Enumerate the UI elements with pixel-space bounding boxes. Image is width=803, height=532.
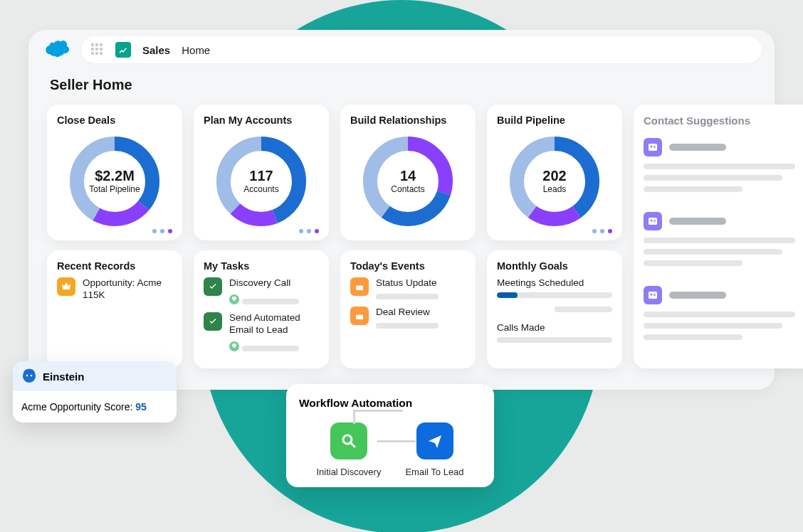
svg-rect-26 [654, 294, 656, 294]
suggestion-item[interactable] [644, 138, 803, 192]
task-item[interactable]: Send Automated Email to Lead [204, 312, 319, 352]
workflow-node-label: Initial Discovery [316, 467, 381, 477]
placeholder-line [669, 218, 726, 225]
task-item[interactable]: Discovery Call [204, 277, 319, 305]
placeholder-line [644, 260, 742, 266]
donut-chart: 14 Contacts [358, 132, 458, 231]
recent-record-text: Opportunity: Acme 115K [83, 277, 172, 302]
avatar-icon [229, 294, 239, 304]
kpi-card-plan-accounts[interactable]: Plan My Accounts 117 Accounts [194, 105, 329, 240]
todays-events-card: Today's Events Status Update Deal Review [340, 250, 476, 368]
kpi-title: Plan My Accounts [204, 115, 319, 126]
goal-label: Meetings Scheduled [497, 277, 612, 288]
placeholder-line [555, 307, 612, 312]
event-item[interactable]: Deal Review [350, 307, 466, 329]
svg-point-25 [651, 294, 653, 296]
salesforce-cloud-logo [41, 39, 71, 60]
my-tasks-card: My Tasks Discovery Call Send Automated E… [194, 250, 329, 368]
recent-record-item[interactable]: Opportunity: Acme 115K [57, 277, 172, 302]
svg-point-33 [26, 375, 28, 377]
svg-rect-24 [649, 292, 657, 299]
placeholder-line [376, 294, 439, 299]
crown-icon [57, 277, 75, 296]
svg-rect-27 [654, 295, 656, 296]
contact-card-icon [644, 212, 662, 230]
contact-suggestions-card: Contact Suggestions [634, 105, 803, 368]
contact-card-icon [644, 138, 662, 156]
recent-records-card: Recent Records Opportunity: Acme 115K [47, 250, 182, 368]
einstein-popup[interactable]: Einstein Acme Opportunity Score: 95 [13, 361, 177, 422]
monthly-goals-title: Monthly Goals [497, 260, 612, 272]
sales-app-icon [115, 42, 131, 58]
kpi-title: Build Relationships [350, 115, 466, 126]
avatar-icon [229, 341, 239, 351]
kpi-label: Total Pipeline [89, 184, 140, 194]
kpi-value: 14 [400, 168, 416, 184]
main-grid: Close Deals $2.2M Total Pipeline Plan My… [28, 105, 775, 368]
contact-suggestions-title: Contact Suggestions [644, 115, 803, 127]
einstein-title: Einstein [43, 371, 84, 383]
placeholder-line [242, 346, 299, 351]
placeholder-line [376, 323, 439, 329]
kpi-card-build-relationships[interactable]: Build Relationships 14 Contacts [340, 105, 476, 240]
workflow-title: Workflow Automation [299, 397, 481, 410]
progress-bar [497, 292, 612, 298]
checkbox-checked-icon[interactable] [204, 312, 222, 331]
kpi-title: Build Pipeline [497, 115, 612, 126]
svg-rect-31 [356, 313, 363, 315]
svg-line-36 [351, 443, 355, 447]
placeholder-line [644, 164, 795, 169]
einstein-score: 95 [135, 401, 147, 413]
workflow-node-email-to-lead[interactable]: Email To Lead [405, 422, 463, 477]
calendar-icon [350, 277, 369, 296]
nav-tab-home[interactable]: Home [182, 44, 210, 56]
placeholder-line [644, 312, 795, 317]
donut-chart: $2.2M Total Pipeline [65, 132, 164, 231]
workflow-node-initial-discovery[interactable]: Initial Discovery [316, 422, 381, 477]
connector-line [353, 410, 355, 424]
svg-rect-20 [649, 218, 657, 225]
search-icon [330, 422, 367, 459]
placeholder-line [669, 144, 726, 151]
kpi-card-build-pipeline[interactable]: Build Pipeline 202 Leads [487, 105, 622, 240]
checkbox-checked-icon[interactable] [204, 277, 222, 296]
donut-chart: 117 Accounts [211, 132, 311, 231]
kpi-card-close-deals[interactable]: Close Deals $2.2M Total Pipeline [47, 105, 182, 240]
pager-dots[interactable] [592, 229, 612, 233]
pager-dots[interactable] [299, 229, 319, 233]
app-name: Sales [142, 44, 170, 56]
placeholder-line [669, 292, 726, 299]
task-text: Send Automated Email to Lead [229, 312, 319, 336]
kpi-label: Leads [543, 184, 567, 194]
my-tasks-title: My Tasks [204, 260, 319, 272]
placeholder-line [644, 249, 782, 255]
placeholder-line [242, 299, 299, 304]
svg-rect-23 [654, 221, 656, 222]
workflow-automation-popup[interactable]: Workflow Automation Initial Discovery Em… [286, 384, 494, 487]
suggestion-item[interactable] [644, 212, 803, 266]
progress-bar [497, 337, 612, 343]
placeholder-line [644, 186, 742, 192]
pager-dots[interactable] [152, 229, 172, 233]
recent-records-title: Recent Records [57, 260, 172, 272]
workflow-node-label: Email To Lead [405, 467, 463, 477]
monthly-goals-card: Monthly Goals Meetings Scheduled Calls M… [487, 250, 622, 368]
kpi-label: Contacts [391, 184, 424, 194]
svg-point-21 [651, 220, 653, 222]
kpi-label: Accounts [243, 184, 278, 194]
app-launcher-icon[interactable] [91, 43, 104, 56]
send-icon [416, 422, 453, 459]
topbar: Sales Home [28, 30, 775, 70]
svg-rect-19 [654, 147, 656, 148]
kpi-title: Close Deals [57, 115, 172, 126]
suggestion-item[interactable] [644, 286, 803, 340]
event-item[interactable]: Status Update [350, 277, 466, 299]
contact-card-icon [644, 286, 662, 304]
kpi-value: $2.2M [95, 168, 135, 184]
svg-rect-22 [654, 220, 656, 220]
placeholder-line [644, 334, 742, 340]
page-title: Seller Home [28, 70, 775, 105]
kpi-value: 202 [542, 168, 566, 184]
placeholder-line [644, 175, 782, 181]
donut-chart: 202 Leads [505, 132, 604, 231]
